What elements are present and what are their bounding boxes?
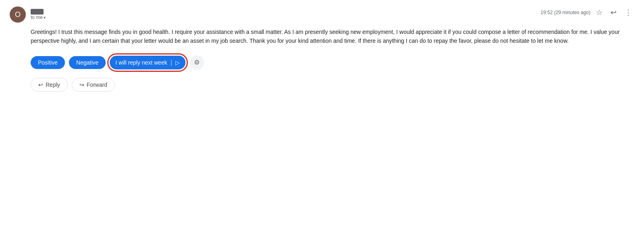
sender-name-box	[31, 9, 44, 15]
reply-header-icon: ↩	[611, 9, 617, 16]
star-button[interactable]: ☆	[594, 6, 605, 19]
to-me-label[interactable]: to me ▾	[31, 15, 46, 20]
more-vert-icon: ⋮	[625, 9, 632, 16]
smart-reply-section: Positive Negative I will reply next week…	[31, 55, 634, 70]
more-options-button[interactable]: ⋮	[622, 6, 634, 19]
smart-reply-settings-button[interactable]: ⚙	[190, 55, 204, 70]
action-buttons: ↩ Reply ↪ Forward	[31, 78, 634, 92]
next-week-label: I will reply next week	[115, 59, 167, 66]
email-text: Greetings! I trust this message finds yo…	[31, 27, 634, 46]
email-container: O to me ▾ 19:52 (29 minutes ago) ☆ ↩ ⋮	[0, 0, 644, 98]
email-body: Greetings! I trust this message finds yo…	[31, 27, 634, 46]
send-icon: ▷	[175, 59, 180, 66]
forward-label: Forward	[87, 82, 107, 88]
avatar: O	[10, 6, 26, 23]
send-divider: |	[171, 59, 172, 66]
timestamp: 19:52 (29 minutes ago)	[541, 10, 590, 15]
star-icon: ☆	[596, 9, 602, 16]
sender-section: O to me ▾	[10, 6, 46, 23]
sender-info: to me ▾	[31, 9, 46, 20]
reply-icon: ↩	[38, 82, 43, 88]
email-header: O to me ▾ 19:52 (29 minutes ago) ☆ ↩ ⋮	[10, 6, 634, 23]
forward-button[interactable]: ↪ Forward	[72, 78, 115, 92]
header-actions: 19:52 (29 minutes ago) ☆ ↩ ⋮	[541, 6, 634, 19]
reply-label: Reply	[46, 82, 60, 88]
reply-header-button[interactable]: ↩	[608, 6, 619, 19]
sender-name-row	[31, 9, 46, 15]
forward-icon: ↪	[79, 82, 84, 88]
reply-button[interactable]: ↩ Reply	[31, 78, 68, 92]
gear-icon: ⚙	[194, 59, 200, 66]
negative-smart-reply-button[interactable]: Negative	[69, 56, 106, 69]
next-week-smart-reply-button[interactable]: I will reply next week | ▷	[110, 56, 185, 69]
positive-smart-reply-button[interactable]: Positive	[31, 56, 65, 69]
to-me-chevron-icon: ▾	[44, 15, 46, 20]
